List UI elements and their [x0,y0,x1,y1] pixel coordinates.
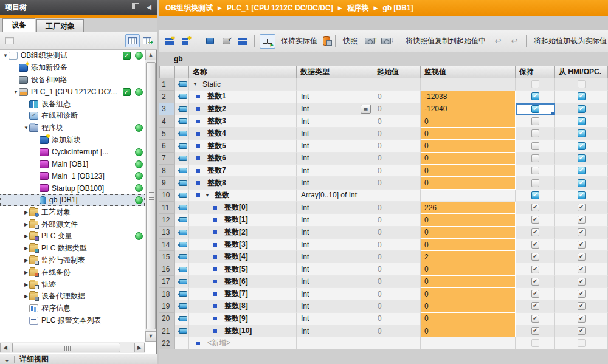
tree-item-folder-blocks[interactable]: ▼程序块 [0,122,145,134]
tree-item-device-config[interactable]: 设备组态 [0,98,145,110]
retain-checkbox[interactable] [531,129,539,137]
hmi-opc-checkbox[interactable] [578,117,586,125]
hmi-opc-cell[interactable] [555,337,608,349]
copy-setpoint-values-icon[interactable]: ↩ [508,35,521,47]
retain-cell[interactable] [516,153,555,165]
row-number[interactable]: 7 [159,153,175,165]
row-number[interactable]: 20 [159,313,175,325]
retain-checkbox[interactable] [531,92,539,100]
load-start-as-actual-button[interactable]: 将起始值加载为实际值 [531,36,608,46]
hmi-opc-checkbox[interactable] [578,92,586,100]
datatype-cell[interactable]: Int [297,202,373,214]
hmi-opc-checkbox[interactable] [578,327,586,335]
datatype-cell[interactable]: Int [297,165,373,177]
hmi-opc-cell[interactable] [555,202,608,214]
tab-devices[interactable]: 设备 [2,18,35,32]
tree-item-folder-watch[interactable]: ▶监控与强制表 [0,255,145,267]
update-interface-icon[interactable] [203,35,216,47]
datatype-cell[interactable]: Int [297,153,373,165]
detail-view-bar[interactable]: ⌄ 详细视图 [0,354,157,364]
hmi-opc-checkbox[interactable] [578,80,586,88]
datatype-cell[interactable]: Int [297,251,373,263]
expander-open-icon[interactable]: ▼ [23,125,29,131]
hmi-opc-cell[interactable] [555,165,608,177]
datatype-cell[interactable]: Int [297,177,373,189]
expander-closed-icon[interactable]: ▶ [23,233,29,239]
scroll-up-icon[interactable]: ▲ [145,50,156,60]
start-value-cell[interactable]: 0 [373,251,421,263]
start-value-cell[interactable]: 0 [373,325,421,337]
hmi-opc-cell[interactable] [555,177,608,189]
start-value-cell[interactable]: 0 [373,202,421,214]
tree-vertical-scrollbar[interactable]: ▲ ▼ [145,50,156,342]
expander-closed-icon[interactable]: ▶ [23,222,29,227]
auto-collapse-icon[interactable] [131,3,140,12]
hmi-opc-checkbox[interactable] [578,339,586,347]
retain-checkbox[interactable] [531,241,539,249]
retain-cell[interactable] [516,313,555,325]
tree-filter-icon[interactable] [2,34,17,47]
monitor-value-cell[interactable]: 0 [421,165,516,177]
name-cell[interactable]: <新增> [189,337,297,349]
hmi-opc-cell[interactable] [555,263,608,275]
retain-cell[interactable] [516,214,555,226]
datatype-cell[interactable]: Int [297,300,373,312]
tree-item-add-device[interactable]: 添加新设备 [0,62,145,74]
retain-checkbox[interactable] [531,315,539,323]
tree-item-network[interactable]: 设备和网络 [0,74,145,86]
name-cell[interactable]: 整数[1] [189,214,297,226]
start-value-cell[interactable]: 0 [373,263,421,275]
start-value-cell[interactable]: 0 [373,276,421,288]
monitor-value-cell[interactable]: 226 [421,202,516,214]
row-number[interactable]: 21 [159,325,175,337]
datatype-cell[interactable]: Int [297,313,373,325]
retain-checkbox[interactable] [531,142,539,150]
hmi-opc-cell[interactable] [555,300,608,312]
start-value-cell[interactable]: 0 [373,103,421,115]
retain-checkbox[interactable] [531,179,539,187]
retain-checkbox[interactable] [531,327,539,335]
name-cell[interactable]: 整数[6] [189,276,297,288]
retain-cell[interactable] [516,325,555,337]
start-value-cell[interactable]: 0 [373,227,421,239]
expand-rows-icon[interactable] [236,35,249,47]
retain-cell[interactable] [516,190,555,202]
retain-checkbox[interactable] [531,191,539,199]
name-cell[interactable]: 整数[7] [189,288,297,300]
hmi-opc-checkbox[interactable] [578,278,586,286]
datatype-cell[interactable]: Int [297,91,373,103]
retain-cell[interactable] [516,103,555,115]
hscrollbar-thumb[interactable] [12,343,120,352]
retain-checkbox[interactable] [531,339,539,347]
name-cell[interactable]: 整数[8] [189,300,297,312]
row-number[interactable]: 3 [159,103,175,115]
selection-handle[interactable] [551,112,554,115]
retain-cell[interactable] [516,337,555,349]
hmi-opc-checkbox[interactable] [578,216,586,224]
row-number[interactable]: 18 [159,288,175,300]
tree-horizontal-scrollbar[interactable]: ◀ ▶ [0,342,145,353]
tree-item-folder-types[interactable]: ▶PLC 数据类型 [0,242,145,255]
hmi-opc-cell[interactable] [555,115,608,128]
retain-cell[interactable] [516,227,555,239]
tree-view-toggle-icon[interactable] [125,34,140,47]
monitor-value-cell[interactable]: 0 [421,239,516,251]
retain-checkbox[interactable] [531,278,539,286]
hmi-opc-cell[interactable] [555,190,608,202]
name-cell[interactable]: 整数7 [189,165,297,177]
monitor-value-cell[interactable]: 0 [421,300,516,312]
hmi-opc-cell[interactable] [555,214,608,226]
hmi-opc-cell[interactable] [555,276,608,288]
start-value-cell[interactable] [373,190,421,202]
retain-cell[interactable] [516,276,555,288]
name-cell[interactable]: 整数4 [189,128,297,140]
hmi-opc-cell[interactable] [555,325,608,337]
copy-all-values-icon[interactable]: ↩ [491,35,505,47]
breadcrumb-item[interactable]: gb [DB1] [382,4,413,12]
datatype-cell[interactable]: Int [297,263,373,275]
retain-checkbox[interactable] [531,80,539,88]
monitor-value-cell[interactable]: 0 [421,128,516,140]
detail-view-chevron-icon[interactable]: ⌄ [0,356,15,363]
row-number[interactable]: 1 [159,78,175,91]
expander-closed-icon[interactable]: ▶ [23,258,29,263]
